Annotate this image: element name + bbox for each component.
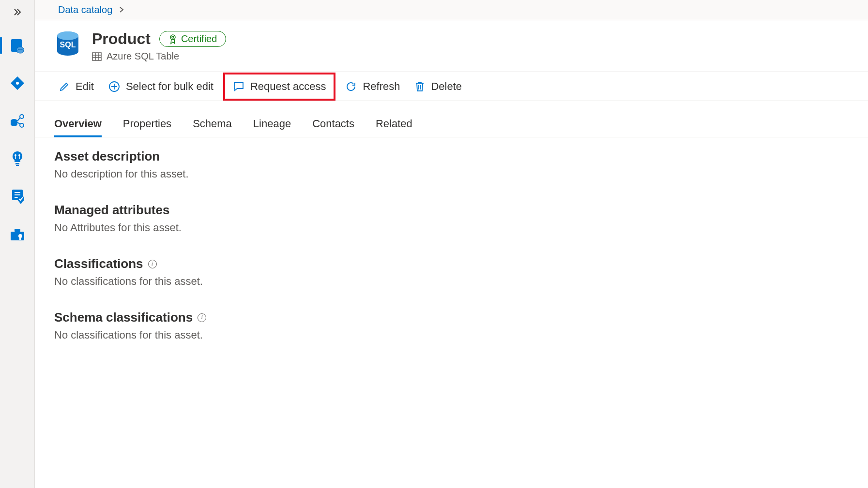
left-nav-rail <box>0 0 35 488</box>
svg-rect-11 <box>15 163 19 164</box>
nav-policy[interactable] <box>6 185 29 208</box>
info-icon[interactable]: i <box>198 313 206 322</box>
tab-related[interactable]: Related <box>376 111 412 137</box>
section-body: No Attributes for this asset. <box>54 222 849 234</box>
catalog-icon <box>9 37 26 54</box>
chevron-right-icon <box>118 4 125 15</box>
nav-sources[interactable] <box>6 72 29 95</box>
section-heading: Schema classifications i <box>54 310 849 325</box>
plus-circle-icon <box>108 81 120 92</box>
svg-rect-18 <box>15 229 20 232</box>
nav-data-map[interactable] <box>6 109 29 133</box>
detail-tabs: Overview Properties Schema Lineage Conta… <box>35 111 868 137</box>
section-heading: Classifications i <box>54 256 849 271</box>
nav-insights[interactable] <box>6 147 29 170</box>
section-classifications: Classifications i No classifications for… <box>54 256 849 288</box>
delete-button[interactable]: Delete <box>410 75 467 98</box>
section-heading: Managed attributes <box>54 203 849 218</box>
svg-text:SQL: SQL <box>60 41 76 49</box>
table-icon <box>92 52 102 61</box>
policy-icon <box>10 188 25 205</box>
breadcrumb: Data catalog <box>35 0 868 20</box>
main-panel: Data catalog SQL Product Certified <box>35 0 868 488</box>
svg-point-16 <box>17 195 24 202</box>
section-schema-classifications: Schema classifications i No classificati… <box>54 310 849 341</box>
asset-header: SQL Product Certified Azure SQL Table <box>35 20 868 72</box>
chevron-double-right-icon <box>13 7 22 17</box>
insights-icon <box>10 150 25 167</box>
refresh-icon <box>345 81 357 92</box>
section-asset-description: Asset description No description for thi… <box>54 149 849 180</box>
svg-rect-12 <box>16 165 19 166</box>
request-access-button[interactable]: Request access <box>228 75 331 98</box>
command-toolbar: Edit Select for bulk edit Request access… <box>35 72 868 101</box>
map-icon <box>9 113 26 129</box>
section-body: No description for this asset. <box>54 168 849 180</box>
breadcrumb-root-link[interactable]: Data catalog <box>58 4 112 15</box>
tab-overview[interactable]: Overview <box>54 111 102 137</box>
svg-point-27 <box>172 36 174 38</box>
certified-badge: Certified <box>159 31 226 47</box>
certified-badge-label: Certified <box>181 33 217 44</box>
sources-icon <box>9 75 26 91</box>
comment-icon <box>233 81 244 92</box>
section-body: No classifications for this asset. <box>54 275 849 288</box>
refresh-button[interactable]: Refresh <box>340 75 405 98</box>
edit-button[interactable]: Edit <box>54 75 99 98</box>
svg-rect-20 <box>19 236 21 240</box>
section-managed-attributes: Managed attributes No Attributes for thi… <box>54 203 849 234</box>
trash-icon <box>414 81 425 92</box>
nav-management[interactable] <box>6 222 29 246</box>
svg-point-14 <box>18 154 20 156</box>
info-icon[interactable]: i <box>148 260 157 268</box>
ribbon-icon <box>168 34 177 44</box>
expand-rail-button[interactable] <box>6 5 29 19</box>
tab-lineage[interactable]: Lineage <box>253 111 291 137</box>
svg-point-8 <box>11 122 17 126</box>
svg-point-13 <box>15 154 16 156</box>
svg-point-4 <box>17 49 24 53</box>
asset-type-icon: SQL <box>54 30 81 57</box>
nav-data-catalog[interactable] <box>6 34 29 57</box>
request-access-highlight: Request access <box>223 73 336 101</box>
pencil-icon <box>59 81 70 92</box>
svg-point-24 <box>57 31 78 40</box>
management-icon <box>10 227 25 241</box>
svg-rect-28 <box>92 53 101 60</box>
svg-point-5 <box>16 82 19 85</box>
tab-properties[interactable]: Properties <box>123 111 171 137</box>
asset-title: Product <box>92 30 151 48</box>
asset-subtype: Azure SQL Table <box>107 51 179 62</box>
select-bulk-edit-button[interactable]: Select for bulk edit <box>104 75 218 98</box>
tab-schema[interactable]: Schema <box>193 111 232 137</box>
section-body: No classifications for this asset. <box>54 329 849 341</box>
tab-contacts[interactable]: Contacts <box>312 111 354 137</box>
section-heading: Asset description <box>54 149 849 164</box>
svg-point-26 <box>170 35 175 40</box>
overview-content: Asset description No description for thi… <box>35 137 868 370</box>
